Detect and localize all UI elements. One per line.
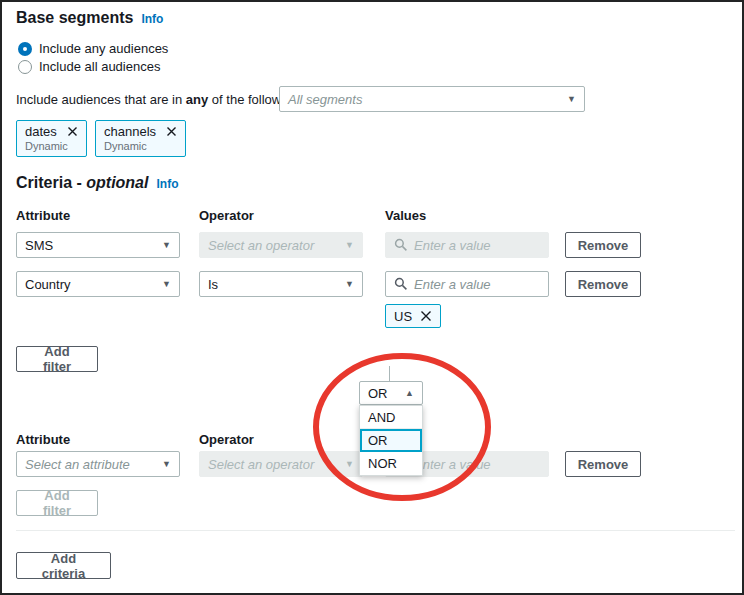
operator-column-label: Operator: [199, 208, 254, 223]
add-filter-button-group2: Add filter: [16, 490, 98, 516]
caret-up-icon: ▲: [405, 388, 414, 398]
logic-operator-menu: AND OR NOR: [359, 405, 423, 476]
radio-include-any-label: Include any audiences: [39, 41, 168, 56]
remove-button-row1[interactable]: Remove: [565, 232, 641, 258]
close-icon[interactable]: [166, 126, 177, 137]
include-label-bold: any: [186, 92, 208, 107]
operator-select-row2[interactable]: Is ▼: [199, 271, 363, 297]
segment-tag-name: dates: [25, 124, 57, 139]
add-filter-button-group1[interactable]: Add filter: [16, 346, 98, 372]
radio-selected-icon[interactable]: [18, 42, 32, 56]
logic-operator-value: OR: [368, 386, 388, 401]
logic-option-nor[interactable]: NOR: [360, 452, 422, 475]
attribute-select-group2[interactable]: Select an attribute ▼: [16, 451, 180, 477]
include-audiences-label: Include audiences that are in any of the…: [16, 92, 302, 107]
criteria-title-text: Criteria -: [16, 174, 86, 191]
segment-tag-name: channels: [104, 124, 156, 139]
remove-button-row2[interactable]: Remove: [565, 271, 641, 297]
segment-editor-panel: Base segments Info Include any audiences…: [0, 0, 744, 595]
radio-include-all-label: Include all audiences: [39, 59, 160, 74]
operator-select-value: Is: [208, 277, 218, 292]
caret-down-icon: ▼: [162, 460, 171, 469]
attribute-select-value: SMS: [25, 238, 53, 253]
attribute-select-row2[interactable]: Country ▼: [16, 271, 180, 297]
caret-down-icon: ▼: [345, 280, 354, 289]
search-icon: [394, 277, 408, 291]
value-tag-label: US: [394, 309, 412, 324]
value-tag-us: US: [385, 304, 441, 328]
caret-down-icon: ▼: [345, 460, 354, 469]
radio-unselected-icon[interactable]: [18, 60, 32, 74]
base-segments-info-link[interactable]: Info: [141, 12, 163, 26]
base-segments-header: Base segments Info: [16, 9, 163, 27]
include-label-prefix: Include audiences that are in: [16, 92, 186, 107]
segment-tag-type: Dynamic: [25, 140, 78, 152]
criteria-title: Criteria - optional: [16, 174, 148, 192]
logic-option-or[interactable]: OR: [360, 429, 422, 452]
criteria-info-link[interactable]: Info: [156, 177, 178, 191]
values-input-row1: [385, 232, 549, 258]
segments-select-placeholder: All segments: [288, 92, 362, 107]
radio-include-all[interactable]: Include all audiences: [18, 59, 160, 74]
page-title: Base segments: [16, 9, 133, 27]
caret-down-icon: ▼: [162, 280, 171, 289]
attribute-column-label: Attribute: [16, 208, 70, 223]
caret-down-icon: ▼: [162, 241, 171, 250]
search-icon: [394, 238, 408, 252]
logic-operator-dropdown[interactable]: OR ▲: [359, 381, 423, 405]
radio-include-any[interactable]: Include any audiences: [18, 41, 168, 56]
section-divider: [16, 530, 735, 531]
group-connector-line: [389, 366, 390, 381]
criteria-title-optional: optional: [86, 174, 148, 191]
caret-down-icon: ▼: [567, 95, 576, 104]
segment-tag-dates: dates Dynamic: [16, 120, 87, 157]
values-column-label: Values: [385, 208, 426, 223]
caret-down-icon: ▼: [345, 241, 354, 250]
add-criteria-button[interactable]: Add criteria: [16, 552, 111, 579]
attribute-select-row1[interactable]: SMS ▼: [16, 232, 180, 258]
remove-button-group2[interactable]: Remove: [565, 451, 641, 477]
segment-tag-channels: channels Dynamic: [95, 120, 186, 157]
attribute-column-label: Attribute: [16, 432, 70, 447]
values-input-field[interactable]: [414, 277, 540, 292]
values-input-field: [414, 238, 540, 253]
values-input-row2[interactable]: [385, 271, 549, 297]
attribute-select-value: Country: [25, 277, 71, 292]
operator-select-group2: Select an operator ▼: [199, 451, 363, 477]
values-input-field: [414, 457, 540, 472]
operator-select-placeholder: Select an operator: [208, 238, 314, 253]
segment-tag-type: Dynamic: [104, 140, 177, 152]
close-icon[interactable]: [420, 310, 432, 322]
close-icon[interactable]: [67, 126, 78, 137]
criteria-header: Criteria - optional Info: [16, 174, 178, 192]
operator-select-placeholder: Select an operator: [208, 457, 314, 472]
logic-option-and[interactable]: AND: [360, 406, 422, 429]
attribute-select-placeholder: Select an attribute: [25, 457, 130, 472]
segments-select[interactable]: All segments ▼: [279, 86, 585, 112]
operator-select-row1: Select an operator ▼: [199, 232, 363, 258]
operator-column-label: Operator: [199, 432, 254, 447]
